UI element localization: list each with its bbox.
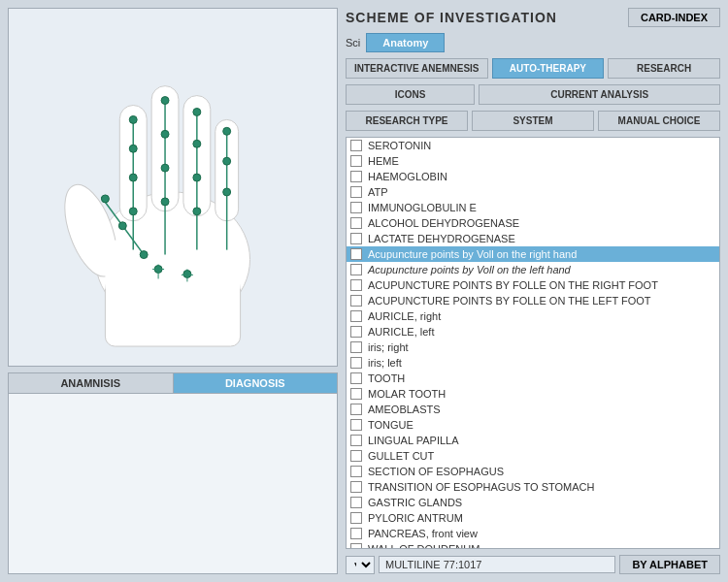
list-item-label: IMMUNOGLOBULIN E bbox=[368, 202, 477, 213]
dropdown-select[interactable]: ▼ bbox=[346, 556, 375, 574]
list-item[interactable]: SECTION OF ESOPHAGUS bbox=[347, 464, 719, 479]
list-checkbox[interactable] bbox=[350, 202, 362, 213]
list-item-label: SECTION OF ESOPHAGUS bbox=[368, 466, 504, 477]
interactive-anemnesis-button[interactable]: INTERACTIVE ANEMNESIS bbox=[346, 58, 488, 79]
list-checkbox[interactable] bbox=[350, 512, 362, 524]
anatomy-button[interactable]: Anatomy bbox=[366, 33, 445, 52]
list-item-label: Acupuncture points by Voll on the right … bbox=[368, 248, 577, 260]
list-item[interactable]: AMEOBLASTS bbox=[347, 402, 719, 417]
acu-point bbox=[161, 198, 169, 206]
list-item-label: HEME bbox=[368, 155, 399, 167]
list-item-label: Acupuncture points by Voll on the left h… bbox=[368, 264, 571, 275]
system-button[interactable]: SYSTEM bbox=[472, 111, 594, 131]
list-checkbox[interactable] bbox=[350, 295, 362, 307]
list-checkbox[interactable] bbox=[350, 279, 362, 291]
hand-svg bbox=[9, 9, 337, 366]
list-checkbox[interactable] bbox=[350, 357, 362, 369]
list-item-label: GASTRIC GLANDS bbox=[368, 497, 462, 508]
list-checkbox[interactable] bbox=[350, 341, 362, 353]
list-checkbox[interactable] bbox=[350, 404, 362, 415]
list-item-label: TONGUE bbox=[368, 419, 414, 431]
card-index-button[interactable]: CARD-INDEX bbox=[628, 8, 720, 27]
list-item[interactable]: SEROTONIN bbox=[347, 138, 719, 153]
list-item[interactable]: PANCREAS, front view bbox=[347, 526, 719, 541]
manual-choice-button[interactable]: MANUAL CHOICE bbox=[598, 111, 720, 131]
list-item[interactable]: WALL OF DOUDENUM bbox=[347, 541, 719, 549]
acu-point bbox=[193, 174, 201, 181]
research-type-button[interactable]: RESEARCH TYPE bbox=[346, 111, 468, 131]
sci-anatomy-row: Sci Anatomy bbox=[346, 33, 720, 52]
list-item[interactable]: AURICLE, left bbox=[347, 324, 719, 340]
list-checkbox[interactable] bbox=[350, 466, 362, 477]
list-item[interactable]: LACTATE DEHYDROGENASE bbox=[347, 231, 719, 246]
list-checkbox[interactable] bbox=[350, 543, 362, 549]
research-button[interactable]: RESEARCH bbox=[608, 58, 720, 79]
investigation-list[interactable]: SEROTONINHEMEHAEMOGLOBINATPIMMUNOGLOBULI… bbox=[346, 137, 720, 549]
list-item[interactable]: GASTRIC GLANDS bbox=[347, 495, 719, 510]
list-item[interactable]: Acupuncture points by Voll on the right … bbox=[347, 246, 719, 262]
list-item[interactable]: ACUPUNCTURE POINTS BY FOLLE ON THE RIGHT… bbox=[347, 277, 719, 293]
current-analysis-button[interactable]: CURRENT ANALYSIS bbox=[479, 84, 720, 105]
list-item[interactable]: LINGUAL PAPILLA bbox=[347, 433, 719, 448]
list-item-label: TOOTH bbox=[368, 372, 405, 384]
list-checkbox[interactable] bbox=[350, 419, 362, 431]
list-item[interactable]: ATP bbox=[347, 184, 719, 200]
icons-button[interactable]: ICONS bbox=[346, 84, 475, 105]
list-item[interactable]: ALCOHOL DEHYDROGENASE bbox=[347, 215, 719, 231]
list-item[interactable]: IMMUNOGLOBULIN E bbox=[347, 200, 719, 215]
list-checkbox[interactable] bbox=[350, 217, 362, 229]
list-item-label: AMEOBLASTS bbox=[368, 404, 441, 415]
list-item[interactable]: TONGUE bbox=[347, 417, 719, 433]
multiline-label: MULTILINE 77:1017 bbox=[379, 556, 615, 573]
list-item[interactable]: iris; left bbox=[347, 355, 719, 371]
list-item-label: AURICLE, right bbox=[368, 310, 441, 322]
list-item-label: WALL OF DOUDENUM bbox=[368, 543, 480, 549]
hand-image-area bbox=[8, 8, 338, 367]
bottom-left-panel: ANAMNISIS DIAGNOSIS bbox=[8, 372, 338, 574]
list-checkbox[interactable] bbox=[350, 248, 362, 260]
list-checkbox[interactable] bbox=[350, 497, 362, 508]
list-checkbox[interactable] bbox=[350, 310, 362, 322]
acu-point bbox=[129, 174, 137, 181]
list-item[interactable]: Acupuncture points by Voll on the left h… bbox=[347, 262, 719, 277]
acu-point bbox=[193, 208, 201, 215]
list-item-label: ATP bbox=[368, 186, 388, 198]
list-item-label: iris; right bbox=[368, 341, 409, 353]
list-checkbox[interactable] bbox=[350, 171, 362, 182]
list-checkbox[interactable] bbox=[350, 155, 362, 167]
list-item[interactable]: iris; right bbox=[347, 340, 719, 355]
list-checkbox[interactable] bbox=[350, 233, 362, 244]
toolbar-row-2: ICONS CURRENT ANALYSIS bbox=[346, 84, 720, 105]
list-checkbox[interactable] bbox=[350, 264, 362, 275]
right-panel: SCHEME OF INVESTIGATION CARD-INDEX Sci A… bbox=[346, 8, 720, 574]
bottom-bar: ▼ MULTILINE 77:1017 BY ALPHABET bbox=[346, 555, 720, 574]
list-checkbox[interactable] bbox=[350, 326, 362, 338]
list-checkbox[interactable] bbox=[350, 388, 362, 400]
list-item[interactable]: GULLET CUT bbox=[347, 448, 719, 464]
list-item[interactable]: TRANSITION OF ESOPHAGUS TO STOMACH bbox=[347, 479, 719, 495]
list-item[interactable]: HAEMOGLOBIN bbox=[347, 169, 719, 184]
list-item[interactable]: MOLAR TOOTH bbox=[347, 386, 719, 402]
diagnosis-tab[interactable]: DIAGNOSIS bbox=[174, 373, 338, 393]
list-item-label: MOLAR TOOTH bbox=[368, 388, 446, 400]
list-checkbox[interactable] bbox=[350, 481, 362, 493]
by-alphabet-button[interactable]: BY ALPHABET bbox=[619, 555, 720, 574]
list-item[interactable]: AURICLE, right bbox=[347, 308, 719, 324]
list-checkbox[interactable] bbox=[350, 528, 362, 539]
list-checkbox[interactable] bbox=[350, 186, 362, 198]
list-item-label: PANCREAS, front view bbox=[368, 528, 478, 539]
list-item-label: AURICLE, left bbox=[368, 326, 434, 338]
list-item[interactable]: ACUPUNCTURE POINTS BY FOLLE ON THE LEFT … bbox=[347, 293, 719, 308]
list-item[interactable]: TOOTH bbox=[347, 371, 719, 386]
auto-therapy-button[interactable]: AUTO-THERAPY bbox=[492, 58, 605, 79]
list-item-label: SEROTONIN bbox=[368, 140, 431, 151]
list-checkbox[interactable] bbox=[350, 435, 362, 446]
list-checkbox[interactable] bbox=[350, 140, 362, 151]
toolbar-row-1: INTERACTIVE ANEMNESIS AUTO-THERAPY RESEA… bbox=[346, 58, 720, 79]
anamnisis-tab[interactable]: ANAMNISIS bbox=[9, 373, 174, 393]
list-checkbox[interactable] bbox=[350, 372, 362, 384]
list-checkbox[interactable] bbox=[350, 450, 362, 462]
left-panel: ANAMNISIS DIAGNOSIS bbox=[8, 8, 338, 574]
list-item[interactable]: HEME bbox=[347, 153, 719, 169]
list-item[interactable]: PYLORIC ANTRUM bbox=[347, 510, 719, 526]
